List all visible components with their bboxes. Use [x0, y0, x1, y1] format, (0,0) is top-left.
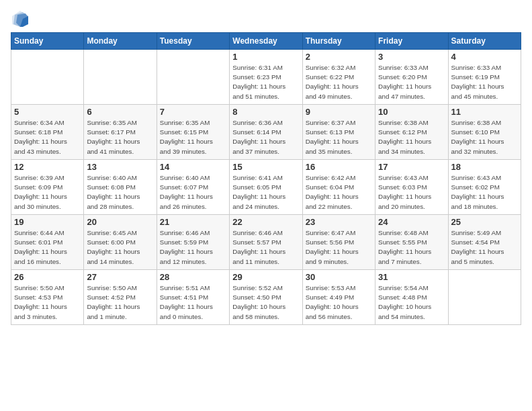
- week-row-4: 19Sunrise: 6:44 AM Sunset: 6:01 PM Dayli…: [11, 215, 521, 270]
- day-info: Sunrise: 6:34 AM Sunset: 6:18 PM Dayligh…: [14, 118, 81, 156]
- day-number: 5: [14, 107, 81, 117]
- day-number: 4: [451, 52, 518, 62]
- day-info: Sunrise: 5:53 AM Sunset: 4:49 PM Dayligh…: [306, 283, 372, 322]
- day-number: 23: [306, 217, 372, 227]
- week-row-2: 5Sunrise: 6:34 AM Sunset: 6:18 PM Daylig…: [11, 105, 521, 160]
- page: SundayMondayTuesdayWednesdayThursdayFrid…: [0, 0, 532, 411]
- day-info: Sunrise: 5:50 AM Sunset: 4:52 PM Dayligh…: [87, 283, 153, 322]
- day-cell: 16Sunrise: 6:42 AM Sunset: 6:04 PM Dayli…: [302, 160, 375, 215]
- day-cell: 9Sunrise: 6:37 AM Sunset: 6:13 PM Daylig…: [302, 105, 375, 160]
- day-cell: 19Sunrise: 6:44 AM Sunset: 6:01 PM Dayli…: [11, 215, 84, 270]
- header: [11, 7, 521, 28]
- day-cell: 1Sunrise: 6:31 AM Sunset: 6:23 PM Daylig…: [230, 50, 302, 105]
- weekday-header-thursday: Thursday: [302, 33, 375, 50]
- day-number: 19: [14, 217, 81, 227]
- weekday-header-monday: Monday: [84, 33, 157, 50]
- day-cell: 12Sunrise: 6:39 AM Sunset: 6:09 PM Dayli…: [11, 160, 84, 215]
- day-number: 11: [451, 107, 518, 117]
- weekday-header-sunday: Sunday: [11, 33, 84, 50]
- day-info: Sunrise: 6:42 AM Sunset: 6:04 PM Dayligh…: [306, 173, 372, 212]
- day-info: Sunrise: 6:33 AM Sunset: 6:19 PM Dayligh…: [451, 63, 518, 101]
- day-info: Sunrise: 6:44 AM Sunset: 6:01 PM Dayligh…: [14, 228, 81, 267]
- day-cell: 13Sunrise: 6:40 AM Sunset: 6:08 PM Dayli…: [84, 160, 157, 215]
- day-cell: 25Sunrise: 5:49 AM Sunset: 4:54 PM Dayli…: [448, 215, 521, 270]
- day-cell: [84, 50, 157, 105]
- day-info: Sunrise: 6:37 AM Sunset: 6:13 PM Dayligh…: [306, 118, 372, 156]
- day-number: 8: [232, 107, 299, 117]
- day-cell: 17Sunrise: 6:43 AM Sunset: 6:03 PM Dayli…: [375, 160, 448, 215]
- week-row-3: 12Sunrise: 6:39 AM Sunset: 6:09 PM Dayli…: [11, 160, 521, 215]
- day-cell: 26Sunrise: 5:50 AM Sunset: 4:53 PM Dayli…: [11, 270, 84, 325]
- day-number: 28: [160, 272, 226, 282]
- day-number: 1: [232, 52, 299, 62]
- day-cell: 28Sunrise: 5:51 AM Sunset: 4:51 PM Dayli…: [157, 270, 229, 325]
- day-info: Sunrise: 6:39 AM Sunset: 6:09 PM Dayligh…: [14, 173, 81, 212]
- day-number: 24: [378, 217, 445, 227]
- logo-icon: [11, 9, 30, 28]
- week-row-1: 1Sunrise: 6:31 AM Sunset: 6:23 PM Daylig…: [11, 50, 521, 105]
- day-cell: 31Sunrise: 5:54 AM Sunset: 4:48 PM Dayli…: [375, 270, 448, 325]
- day-number: 7: [160, 107, 226, 117]
- weekday-header-friday: Friday: [375, 33, 448, 50]
- day-cell: 20Sunrise: 6:45 AM Sunset: 6:00 PM Dayli…: [84, 215, 157, 270]
- day-info: Sunrise: 5:49 AM Sunset: 4:54 PM Dayligh…: [451, 228, 518, 267]
- day-number: 30: [306, 272, 372, 282]
- day-info: Sunrise: 6:36 AM Sunset: 6:14 PM Dayligh…: [232, 118, 299, 156]
- day-cell: [11, 50, 84, 105]
- day-cell: 22Sunrise: 6:46 AM Sunset: 5:57 PM Dayli…: [230, 215, 302, 270]
- day-number: 22: [232, 217, 299, 227]
- day-info: Sunrise: 6:35 AM Sunset: 6:15 PM Dayligh…: [160, 118, 226, 156]
- day-cell: 5Sunrise: 6:34 AM Sunset: 6:18 PM Daylig…: [11, 105, 84, 160]
- weekday-header-row: SundayMondayTuesdayWednesdayThursdayFrid…: [11, 33, 521, 50]
- day-cell: 21Sunrise: 6:46 AM Sunset: 5:59 PM Dayli…: [157, 215, 229, 270]
- day-info: Sunrise: 5:52 AM Sunset: 4:50 PM Dayligh…: [232, 283, 299, 322]
- weekday-header-tuesday: Tuesday: [157, 33, 229, 50]
- day-info: Sunrise: 6:40 AM Sunset: 6:08 PM Dayligh…: [87, 173, 153, 212]
- day-info: Sunrise: 6:45 AM Sunset: 6:00 PM Dayligh…: [87, 228, 153, 267]
- day-info: Sunrise: 6:40 AM Sunset: 6:07 PM Dayligh…: [160, 173, 226, 212]
- day-info: Sunrise: 6:48 AM Sunset: 5:55 PM Dayligh…: [378, 228, 445, 267]
- day-info: Sunrise: 6:35 AM Sunset: 6:17 PM Dayligh…: [87, 118, 153, 156]
- day-cell: 7Sunrise: 6:35 AM Sunset: 6:15 PM Daylig…: [157, 105, 229, 160]
- day-number: 6: [87, 107, 153, 117]
- day-info: Sunrise: 6:46 AM Sunset: 5:59 PM Dayligh…: [160, 228, 226, 267]
- day-number: 17: [378, 162, 445, 172]
- day-cell: 6Sunrise: 6:35 AM Sunset: 6:17 PM Daylig…: [84, 105, 157, 160]
- day-info: Sunrise: 6:46 AM Sunset: 5:57 PM Dayligh…: [232, 228, 299, 267]
- day-info: Sunrise: 5:50 AM Sunset: 4:53 PM Dayligh…: [14, 283, 81, 322]
- day-number: 15: [232, 162, 299, 172]
- day-cell: 29Sunrise: 5:52 AM Sunset: 4:50 PM Dayli…: [230, 270, 302, 325]
- day-info: Sunrise: 5:51 AM Sunset: 4:51 PM Dayligh…: [160, 283, 226, 322]
- day-number: 20: [87, 217, 153, 227]
- day-number: 10: [378, 107, 445, 117]
- day-cell: 18Sunrise: 6:43 AM Sunset: 6:02 PM Dayli…: [448, 160, 521, 215]
- day-info: Sunrise: 6:38 AM Sunset: 6:10 PM Dayligh…: [451, 118, 518, 156]
- day-number: 21: [160, 217, 226, 227]
- day-cell: 14Sunrise: 6:40 AM Sunset: 6:07 PM Dayli…: [157, 160, 229, 215]
- day-info: Sunrise: 6:41 AM Sunset: 6:05 PM Dayligh…: [232, 173, 299, 212]
- day-number: 16: [306, 162, 372, 172]
- day-number: 3: [378, 52, 445, 62]
- day-cell: [448, 270, 521, 325]
- day-number: 18: [451, 162, 518, 172]
- day-cell: 8Sunrise: 6:36 AM Sunset: 6:14 PM Daylig…: [230, 105, 302, 160]
- day-number: 31: [378, 272, 445, 282]
- day-cell: 3Sunrise: 6:33 AM Sunset: 6:20 PM Daylig…: [375, 50, 448, 105]
- day-cell: 23Sunrise: 6:47 AM Sunset: 5:56 PM Dayli…: [302, 215, 375, 270]
- day-info: Sunrise: 6:43 AM Sunset: 6:02 PM Dayligh…: [451, 173, 518, 212]
- day-number: 27: [87, 272, 153, 282]
- logo: [11, 9, 31, 28]
- day-cell: 24Sunrise: 6:48 AM Sunset: 5:55 PM Dayli…: [375, 215, 448, 270]
- day-number: 25: [451, 217, 518, 227]
- day-info: Sunrise: 6:33 AM Sunset: 6:20 PM Dayligh…: [378, 63, 445, 101]
- day-info: Sunrise: 6:31 AM Sunset: 6:23 PM Dayligh…: [232, 63, 299, 101]
- day-cell: 2Sunrise: 6:32 AM Sunset: 6:22 PM Daylig…: [302, 50, 375, 105]
- calendar-table: SundayMondayTuesdayWednesdayThursdayFrid…: [11, 32, 521, 325]
- day-cell: 15Sunrise: 6:41 AM Sunset: 6:05 PM Dayli…: [230, 160, 302, 215]
- day-cell: 11Sunrise: 6:38 AM Sunset: 6:10 PM Dayli…: [448, 105, 521, 160]
- day-info: Sunrise: 6:47 AM Sunset: 5:56 PM Dayligh…: [306, 228, 372, 267]
- day-cell: [157, 50, 229, 105]
- day-number: 29: [232, 272, 299, 282]
- day-number: 12: [14, 162, 81, 172]
- day-number: 9: [306, 107, 372, 117]
